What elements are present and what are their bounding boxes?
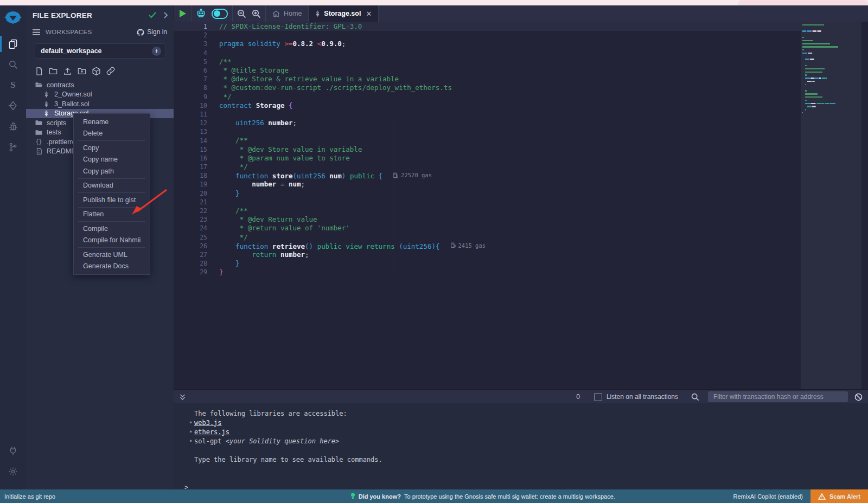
listen-all-transactions-label: Listen on all transactions [607,393,678,401]
menu-item-generate-uml[interactable]: Generate UML [74,249,150,261]
link-icon[interactable] [106,66,116,76]
new-folder-icon[interactable] [48,67,58,75]
remix-logo-icon[interactable] [4,10,22,26]
menu-item-copy-name[interactable]: Copy name [74,154,150,166]
menu-item-compile[interactable]: Compile [74,223,150,235]
tree-item-contracts[interactable]: contracts [26,80,174,90]
tree-item-label: 3_Ballot.sol [54,100,90,108]
code-line: 20 } [174,189,801,198]
close-tab-icon[interactable]: ✕ [366,10,372,18]
code-line: 23 * @dev Return value [174,215,801,224]
tree-item-2_Owner.sol[interactable]: 2_Owner.sol [26,90,174,100]
minimap[interactable] [801,22,861,389]
rail-item-settings[interactable] [0,461,26,482]
gear-icon [8,467,18,476]
bug-icon [8,121,18,132]
scam-alert-button[interactable]: Scam Alert [810,489,868,503]
file-explorer-header: FILE EXPLORER [26,5,174,25]
code-line: 12 uint256 number; [174,119,801,127]
code-line: 16 * @param num value to store [174,154,801,163]
code-editor[interactable]: 1// SPDX-License-Identifier: GPL-3.023pr… [174,22,868,389]
indent-guide [393,118,393,275]
code-line: 24 * @return value of 'number' [174,224,801,233]
workspaces-row: WORKSPACES Sign in [26,25,174,39]
code-line: 2 [174,31,801,40]
line-number: 2 [174,31,210,39]
code-line: 13 [174,127,801,136]
chevron-right-icon[interactable] [164,12,168,18]
copilot-status: RemixAI Copilot (enabled) [733,493,803,500]
terminal-line [184,473,868,482]
upload-folder-icon[interactable] [77,67,87,75]
deploy-icon [8,100,18,111]
tip-bold: Did you know? [359,493,401,500]
rail-bottom-items [0,441,26,482]
clear-console-icon[interactable] [854,393,863,401]
folder-open-icon [35,82,43,88]
sol-file-icon [42,110,50,117]
listen-all-transactions-checkbox[interactable] [594,393,602,401]
code-line: 22 /** [174,207,801,215]
menu-item-delete[interactable]: Delete [74,128,150,140]
collapse-terminal-icon[interactable] [179,394,186,401]
tab-label: Storage.sol [324,10,361,17]
code-line: 6 * @title Storage [174,66,801,75]
tab-storage-sol[interactable]: Storage.sol✕ [309,5,379,22]
hamburger-icon[interactable] [33,29,40,35]
terminal-link-ethers.js[interactable]: ethers.js [194,428,229,436]
line-number: 27 [174,251,210,259]
terminal-output[interactable]: The following libraries are accessible:•… [174,403,868,489]
terminal-line: •ethers.js [184,427,868,436]
code-line: 28 } [174,259,801,268]
git-init-button[interactable]: Initialize as git repo [0,493,232,500]
menu-item-download[interactable]: Download [74,180,150,192]
line-number: 12 [174,119,210,127]
code-line: 15 * @dev Store value in variable [174,145,801,154]
menu-item-copy[interactable]: Copy [74,142,150,154]
files-icon [8,38,18,49]
search-icon[interactable] [691,393,699,401]
plug-icon [8,446,18,456]
rail-item-git[interactable] [0,137,26,157]
rail-item-solidity-compiler[interactable]: S [0,75,26,95]
rail-item-debugger[interactable] [0,116,26,137]
cube-icon[interactable] [92,67,101,76]
transaction-filter-input[interactable] [708,391,848,402]
tab-home[interactable]: Home [266,5,309,22]
sign-in-button[interactable]: Sign in [137,28,167,36]
rail-item-search[interactable] [0,54,26,75]
code-line: 29} [174,268,801,276]
terminal-link-web3.js[interactable]: web3.js [194,419,222,427]
menu-item-generate-docs[interactable]: Generate Docs [74,261,150,273]
menu-item-rename[interactable]: Rename [74,116,150,128]
code-line: 4 [174,49,801,57]
menu-item-compile-for-nahmii[interactable]: Compile for Nahmii [74,235,150,247]
check-icon[interactable] [149,12,156,18]
line-number: 17 [174,163,210,171]
run-script-button[interactable] [178,9,187,18]
rail-item-file-explorer[interactable] [0,34,26,54]
line-number: 19 [174,180,210,188]
braces-icon: {} [35,139,43,145]
workspace-select[interactable]: default_workspace ▲▼ [35,43,166,59]
code-line: 3pragma solidity >=0.8.2 <0.9.0; [174,40,801,48]
github-icon [137,29,144,36]
line-number: 4 [174,49,210,57]
tree-item-3_Ballot.sol[interactable]: 3_Ballot.sol [26,99,174,109]
workspace-dropdown-icon: ▲▼ [152,47,161,56]
menu-item-copy-path[interactable]: Copy path [74,165,150,177]
sol-file-icon [42,91,50,98]
rail-items: S [0,34,26,157]
ai-copilot-toggle[interactable] [212,9,228,19]
ai-copilot-robot-icon[interactable] [196,9,206,18]
code-line: 19 number = num; [174,180,801,189]
rail-item-plugin-manager[interactable] [0,441,26,461]
tree-item-label: tests [47,128,61,136]
zoom-in-icon[interactable] [252,9,261,18]
upload-file-icon[interactable] [63,67,72,76]
zoom-out-icon[interactable] [237,9,246,18]
new-file-icon[interactable] [35,67,43,76]
rail-item-deploy-run[interactable] [0,95,26,116]
menu-item-publish-file-to-gist[interactable]: Publish file to gist [74,194,150,206]
menu-item-flatten[interactable]: Flatten [74,209,150,221]
